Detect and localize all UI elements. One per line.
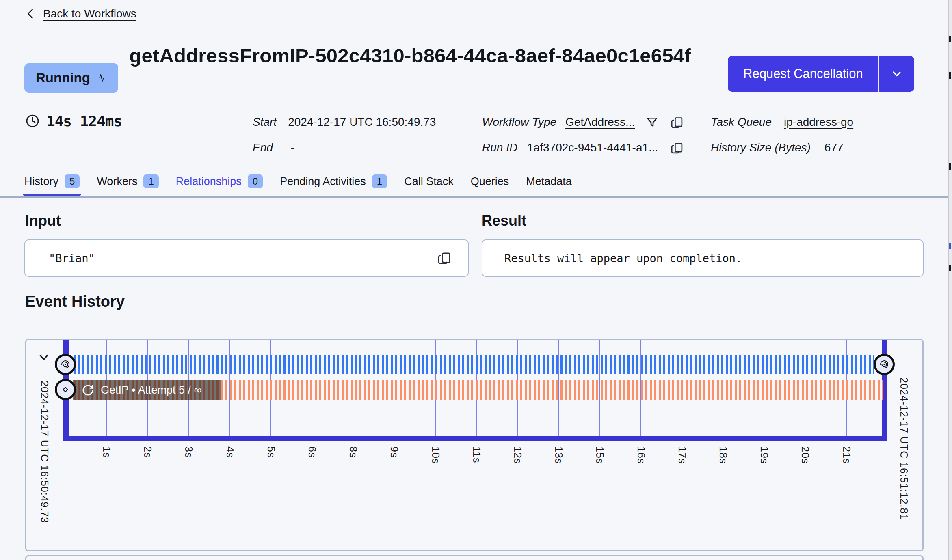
timeline-tick-label: 13s [552,446,565,464]
tab-label: History [24,175,58,188]
input-payload-box: "Brian" [24,239,469,277]
tab-label: Queries [471,175,509,188]
result-payload-box: Results will appear upon completion. [482,239,924,277]
timeline-tick-label: 21s [840,446,852,464]
edge-fragment [949,243,951,249]
next-section-panel [25,555,924,560]
input-value: "Brian" [25,252,95,265]
copy-icon[interactable] [437,251,452,265]
tab-count-badge: 5 [65,174,80,188]
workflow-span-bottom-bar [63,436,887,441]
tab-relationships[interactable]: Relationships 0 [176,174,263,191]
request-cancellation-label[interactable]: Request Cancellation [728,56,878,92]
tab-label: Pending Activities [280,175,366,188]
history-size-row: History Size (Bytes) 677 [711,140,844,156]
tab-call-stack[interactable]: Call Stack [404,175,454,190]
task-queue-row: Task Queue ip-address-go [711,114,853,130]
tab-bar: History 5 Workers 1 Relationships 0 Pend… [24,174,572,191]
tab-label: Relationships [176,175,242,188]
window-edge-strip [948,0,952,560]
expand-chevron-icon[interactable] [37,351,51,364]
workflow-type-row: Workflow Type GetAddress... [482,114,684,130]
tab-count-badge: 1 [372,174,387,188]
timeline-tick-label: 3s [182,446,195,458]
edge-fragment [949,36,951,42]
end-value: - [291,141,294,154]
chevron-left-icon [25,7,37,20]
back-link-label: Back to Workflows [43,7,136,20]
tab-count-badge: 1 [143,174,158,188]
workflow-start-node[interactable] [55,354,76,375]
run-id-value: 1af3702c-9451-4441-a1... [527,141,658,154]
tab-label: Call Stack [404,175,454,188]
start-label: Start [253,116,277,129]
back-to-workflows-link[interactable]: Back to Workflows [25,7,136,20]
timeline-tick-label: 4s [224,446,236,458]
spiral-icon [60,359,71,370]
timeline-tick-label: 8s [347,446,359,458]
timeline-tick-label: 18s [717,446,729,464]
copy-icon[interactable] [670,116,684,129]
tab-label: Workers [97,175,137,188]
run-id-label: Run ID [482,141,517,154]
duration-value: 14s 124ms [46,113,122,129]
event-history-heading: Event History [25,293,125,310]
activity-node[interactable] [55,379,76,400]
timeline-tick-label: 5s [265,446,277,458]
status-label: Running [36,70,90,86]
workflow-task-row[interactable] [74,355,874,374]
event-history-timeline: 1s2s3s4s5s6s8s9s10s11s12s13s15s16s17s18s… [25,339,924,551]
tab-queries[interactable]: Queries [471,175,509,190]
timeline-tick-label: 11s [470,446,482,463]
timeline-tick-label: 2s [141,446,154,458]
result-value: Results will appear upon completion. [482,252,742,265]
timeline-tick-label: 16s [635,446,647,464]
workflow-type-link[interactable]: GetAddress... [565,116,635,129]
timeline-tick-label: 10s [429,446,441,464]
tabs-divider [0,196,952,198]
timeline-end-node[interactable] [874,354,895,375]
tab-workers[interactable]: Workers 1 [97,174,158,191]
workflow-type-label: Workflow Type [482,116,556,129]
status-badge[interactable]: Running [24,63,118,93]
start-row: Start 2024-12-17 UTC 16:50:49.73 [253,114,436,130]
heartbeat-icon [96,73,107,83]
cancellation-menu-toggle[interactable] [879,56,914,92]
clock-icon [25,114,40,128]
timeline-tick-label: 17s [676,446,688,464]
input-heading: Input [25,212,61,229]
history-size-value: 677 [824,141,844,154]
start-value: 2024-12-17 UTC 16:50:49.73 [288,116,436,129]
result-heading: Result [482,212,526,229]
task-queue-label: Task Queue [711,116,772,129]
activity-label-text: GetIP • Attempt 5 / ∞ [101,384,202,396]
copy-icon[interactable] [670,141,684,155]
duration-group: 14s 124ms [25,113,122,129]
spiral-icon [878,359,890,370]
page-title: getAddressFromIP-502c4310-b864-44ca-8aef… [126,37,695,74]
timeline-tick-label: 20s [799,446,811,464]
activity-pending-label[interactable]: GetIP • Attempt 5 / ∞ [73,380,221,400]
edge-fragment [949,163,951,170]
end-row: End - [253,140,294,156]
task-queue-link[interactable]: ip-address-go [784,116,853,129]
tab-metadata[interactable]: Metadata [526,175,572,190]
request-cancellation-button[interactable]: Request Cancellation [728,56,914,92]
run-id-row: Run ID 1af3702c-9451-4441-a1... [482,140,684,156]
diamond-icon [60,384,71,395]
edge-fragment [949,265,951,271]
timeline-start-timestamp: 2024-12-17 UTC 16:50:49.73 [39,381,50,523]
timeline-tick-label: 9s [388,446,400,458]
chevron-down-icon [890,67,903,80]
tab-pending-activities[interactable]: Pending Activities 1 [280,174,387,191]
timeline-tick-label: 15s [593,446,606,464]
timeline-tick-label: 1s [100,446,113,458]
edge-fragment [949,72,951,79]
timeline-end-timestamp: 2024-12-17 UTC 16:51:12.81 [898,377,910,520]
tab-history[interactable]: History 5 [24,174,80,191]
tab-label: Metadata [526,175,572,188]
timeline-tick-label: 19s [758,446,770,464]
filter-icon[interactable] [645,116,659,129]
end-label: End [253,141,273,154]
timeline-tick-label: 6s [306,446,318,458]
